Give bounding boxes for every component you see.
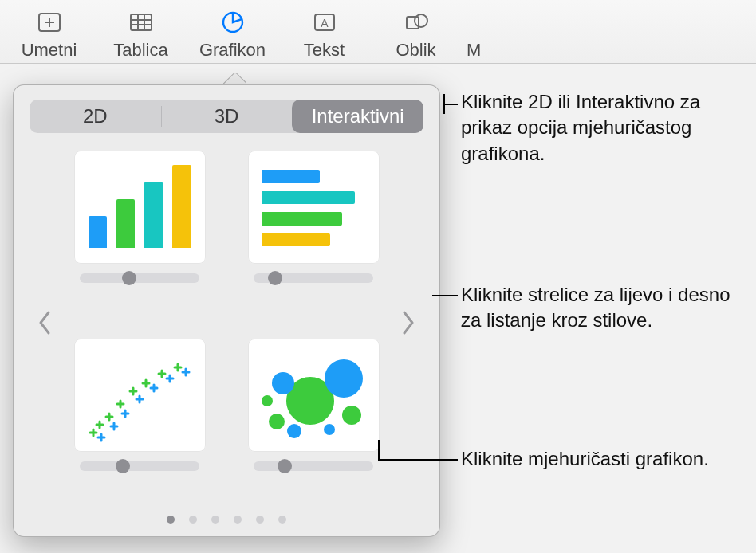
chart-type-tabs: 2D 3D Interaktivni [30,100,423,133]
svg-point-45 [272,372,294,394]
svg-rect-11 [407,17,419,29]
tab-interactive[interactable]: Interaktivni [292,100,423,133]
svg-point-46 [342,406,361,425]
callout-tabs-text: Kliknite 2D ili Interaktivno za prikaz o… [461,91,700,164]
insert-icon [33,6,65,38]
toolbar-more-label: M [467,40,481,61]
page-dot[interactable] [278,516,286,524]
page-dot[interactable] [189,516,197,524]
table-icon [125,6,157,38]
more-icon [467,6,498,38]
toolbar-table-label: Tablica [113,40,167,61]
bar-chart-thumb [248,151,380,264]
chart-gallery [30,151,423,525]
svg-point-44 [325,359,363,398]
scatter-slider[interactable] [80,461,199,471]
gallery-prev[interactable] [33,307,57,339]
chart-icon [217,6,249,38]
gallery-next[interactable] [396,307,420,339]
callout-arrows: Kliknite strelice za lijevo i desno za l… [461,282,748,334]
scatter-chart-thumb [74,339,206,452]
tab-2d[interactable]: 2D [30,100,161,133]
chart-option-scatter[interactable] [71,339,208,498]
tab-3d-label: 3D [215,105,239,127]
toolbar-chart[interactable]: Grafikon [187,5,278,63]
tab-3d[interactable]: 3D [161,100,293,133]
toolbar-shape[interactable]: Oblik [370,5,462,63]
callout-bubble: Kliknite mjehuričasti grafikon. [461,446,748,472]
toolbar-chart-label: Grafikon [199,40,266,61]
toolbar-table[interactable]: Tablica [95,5,187,63]
column-chart-thumb [74,151,206,264]
svg-point-49 [324,424,335,435]
chart-option-column[interactable] [71,151,208,310]
svg-point-47 [269,414,285,429]
svg-rect-3 [131,14,152,30]
bubble-chart-thumb [248,339,380,452]
svg-point-50 [262,395,273,406]
svg-point-48 [287,424,301,438]
toolbar-insert-label: Umetni [22,40,77,61]
chart-popover: 2D 3D Interaktivni [13,83,440,537]
svg-point-12 [415,14,427,27]
callout-arrows-text: Kliknite strelice za lijevo i desno za l… [461,284,730,331]
page-dots[interactable] [30,516,423,524]
toolbar-text-label: Tekst [304,40,345,61]
column-slider[interactable] [80,273,199,283]
toolbar: Umetni Tablica Grafikon A Tekst Oblik [0,0,756,64]
text-icon: A [309,6,341,38]
toolbar-insert[interactable]: Umetni [3,5,95,63]
page-dot[interactable] [211,516,219,524]
callout-tabs: Kliknite 2D ili Interaktivno za prikaz o… [461,89,748,167]
chart-option-bar[interactable] [245,151,382,310]
toolbar-more[interactable]: M [462,5,494,63]
tab-interactive-label: Interaktivni [312,105,404,127]
page-dot[interactable] [256,516,264,524]
tab-2d-label: 2D [83,105,108,127]
svg-text:A: A [321,17,329,29]
page-dot[interactable] [167,516,175,524]
toolbar-shape-label: Oblik [396,40,435,61]
page-dot[interactable] [234,516,242,524]
toolbar-text[interactable]: A Tekst [278,5,370,63]
popover-arrow [223,73,246,84]
bubble-slider[interactable] [254,461,373,471]
chart-option-bubble[interactable] [245,339,382,498]
bar-slider[interactable] [254,273,373,283]
callout-bubble-text: Kliknite mjehuričasti grafikon. [461,448,709,469]
shape-icon [400,6,432,38]
